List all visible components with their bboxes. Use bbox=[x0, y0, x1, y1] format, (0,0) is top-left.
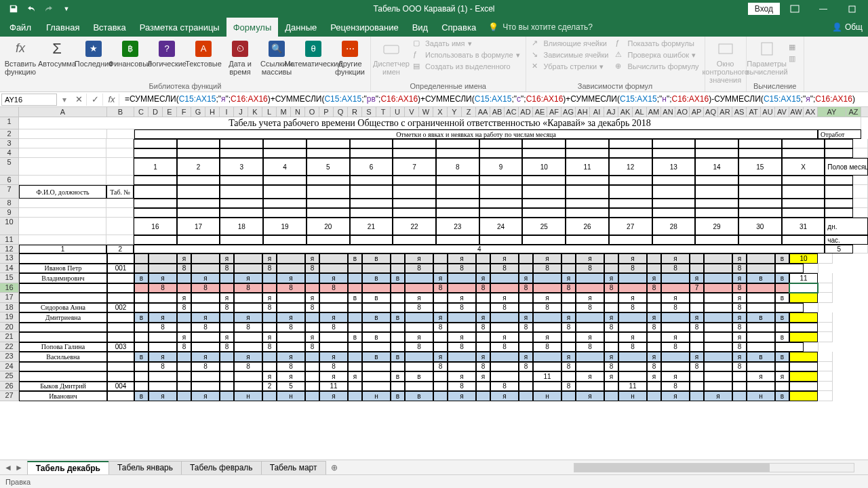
cell[interactable]: 8 bbox=[405, 303, 433, 313]
cell[interactable] bbox=[782, 208, 825, 218]
column-headers[interactable]: ABCDEFGHIJKLMNOPQRSTUVWXYZAAABACADAEAFAG… bbox=[0, 107, 868, 117]
cell[interactable] bbox=[220, 391, 234, 401]
cell[interactable] bbox=[262, 362, 277, 372]
cell[interactable] bbox=[319, 342, 348, 352]
cell[interactable]: 001 bbox=[107, 264, 134, 274]
cell[interactable] bbox=[522, 185, 566, 199]
cell[interactable] bbox=[263, 235, 307, 245]
cell[interactable]: 8 bbox=[149, 283, 177, 293]
cell[interactable] bbox=[149, 371, 177, 382]
cell[interactable] bbox=[436, 139, 479, 148]
cell[interactable]: 8 bbox=[277, 283, 305, 293]
cell[interactable] bbox=[436, 199, 479, 208]
cell[interactable] bbox=[533, 312, 561, 323]
row-header[interactable]: 9 bbox=[0, 208, 19, 218]
cell[interactable] bbox=[604, 264, 618, 274]
cell[interactable]: 8 bbox=[732, 362, 747, 372]
cell[interactable] bbox=[704, 332, 732, 342]
cell[interactable] bbox=[405, 312, 433, 323]
cell[interactable]: я bbox=[277, 352, 305, 362]
col-header[interactable]: S bbox=[362, 107, 376, 117]
cell[interactable] bbox=[522, 208, 566, 218]
define-name-button[interactable]: ▢Задать имя ▾ bbox=[410, 38, 523, 49]
cell[interactable]: я bbox=[661, 293, 690, 303]
cell[interactable] bbox=[134, 253, 149, 264]
cell[interactable] bbox=[738, 176, 782, 185]
cell[interactable] bbox=[519, 303, 533, 313]
cell[interactable] bbox=[106, 148, 134, 158]
cell[interactable] bbox=[695, 208, 738, 218]
cell[interactable]: 3 bbox=[220, 158, 263, 176]
cell[interactable] bbox=[533, 273, 561, 283]
cell[interactable] bbox=[490, 352, 519, 362]
cell[interactable] bbox=[19, 371, 107, 382]
cell[interactable]: я bbox=[220, 253, 234, 264]
cell[interactable] bbox=[393, 235, 436, 245]
more-fn-button[interactable]: ⋯Другие функции bbox=[332, 38, 368, 77]
use-in-formula-button[interactable]: ƒИспользовать в формуле ▾ bbox=[410, 49, 523, 60]
cell[interactable]: 11 bbox=[319, 382, 348, 392]
cell[interactable] bbox=[533, 283, 561, 293]
cell[interactable] bbox=[604, 382, 618, 392]
cell[interactable] bbox=[738, 185, 782, 199]
cell[interactable] bbox=[738, 199, 782, 208]
cell[interactable] bbox=[704, 283, 732, 293]
cell[interactable]: я bbox=[348, 371, 362, 382]
cell[interactable]: 8 bbox=[220, 342, 234, 352]
cell[interactable] bbox=[704, 352, 732, 362]
cell[interactable] bbox=[561, 342, 576, 352]
cell[interactable]: н bbox=[362, 391, 391, 401]
cell[interactable]: в bbox=[747, 273, 775, 283]
cell[interactable] bbox=[263, 139, 307, 148]
col-header[interactable]: AB bbox=[490, 107, 505, 117]
cell[interactable] bbox=[262, 273, 277, 283]
cell[interactable] bbox=[220, 362, 234, 372]
cell[interactable] bbox=[519, 371, 533, 382]
cell[interactable]: я bbox=[561, 352, 576, 362]
cell[interactable] bbox=[804, 303, 818, 313]
col-header[interactable]: X bbox=[433, 107, 448, 117]
tab-Справка[interactable]: Справка bbox=[435, 18, 483, 37]
cell[interactable]: 8 bbox=[448, 303, 476, 313]
cancel-formula-icon[interactable]: ✕ bbox=[72, 94, 87, 106]
cell[interactable] bbox=[220, 371, 234, 382]
cell[interactable] bbox=[604, 391, 618, 401]
cell[interactable]: я bbox=[519, 312, 533, 323]
cell[interactable]: я bbox=[177, 253, 191, 264]
cell[interactable]: в bbox=[391, 352, 405, 362]
cell[interactable] bbox=[107, 283, 134, 293]
cell[interactable]: 8 bbox=[234, 362, 262, 372]
cell[interactable]: 8 bbox=[533, 264, 561, 274]
cell[interactable] bbox=[220, 208, 263, 218]
cell[interactable] bbox=[661, 362, 690, 372]
cell[interactable] bbox=[747, 293, 775, 303]
cell[interactable] bbox=[391, 293, 405, 303]
datetime-button[interactable]: ⏲Дата и время bbox=[222, 38, 258, 77]
cell[interactable] bbox=[690, 253, 704, 264]
cell[interactable] bbox=[263, 148, 307, 158]
cell[interactable]: я bbox=[533, 293, 561, 303]
cell[interactable]: я bbox=[476, 312, 490, 323]
cell[interactable] bbox=[436, 235, 479, 245]
cell[interactable] bbox=[305, 382, 319, 392]
col-header[interactable]: AN bbox=[661, 107, 675, 117]
trace-precedents-button[interactable]: ↗Влияющие ячейки bbox=[529, 38, 612, 49]
cell[interactable] bbox=[348, 273, 362, 283]
cell[interactable]: я bbox=[732, 332, 747, 342]
cell[interactable] bbox=[220, 185, 263, 199]
cell[interactable] bbox=[479, 199, 523, 208]
create-from-selection-button[interactable]: ▤Создать из выделенного bbox=[410, 61, 523, 72]
cell[interactable] bbox=[618, 323, 647, 333]
cell[interactable] bbox=[747, 253, 775, 264]
cell[interactable]: я bbox=[732, 293, 747, 303]
cell[interactable] bbox=[391, 303, 405, 313]
cell[interactable] bbox=[362, 264, 391, 274]
cell[interactable]: я bbox=[305, 293, 319, 303]
cell[interactable] bbox=[647, 264, 661, 274]
cell[interactable] bbox=[690, 342, 704, 352]
cell[interactable]: 8 bbox=[177, 303, 191, 313]
cell[interactable] bbox=[277, 293, 305, 303]
row-header[interactable]: 6 bbox=[0, 176, 19, 185]
cell[interactable]: 8 bbox=[490, 342, 519, 352]
cell[interactable] bbox=[107, 352, 134, 362]
